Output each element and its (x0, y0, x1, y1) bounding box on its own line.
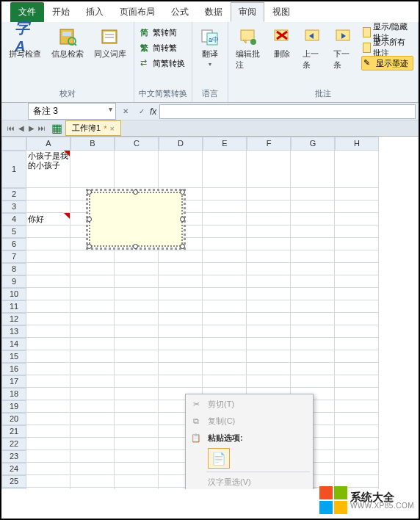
tab-view[interactable]: 视图 (264, 2, 298, 22)
cell[interactable] (115, 250, 159, 263)
column-header[interactable]: F (247, 137, 291, 151)
cell[interactable] (70, 450, 115, 463)
show-all-comments-button[interactable]: 显示所有批注 (361, 40, 413, 55)
cell[interactable] (291, 300, 335, 313)
cell[interactable] (70, 151, 115, 188)
cell[interactable] (26, 488, 70, 489)
cell[interactable] (203, 300, 247, 313)
cell[interactable] (26, 325, 70, 338)
cell[interactable] (335, 225, 379, 238)
cell[interactable] (291, 313, 335, 325)
cell[interactable] (247, 338, 291, 350)
nav-next-icon[interactable]: ▶ (26, 123, 37, 134)
cell[interactable] (335, 375, 379, 388)
cell[interactable] (291, 238, 335, 250)
cell[interactable] (159, 263, 203, 275)
cell[interactable] (247, 300, 291, 313)
cell[interactable] (115, 350, 159, 363)
cell[interactable] (247, 263, 291, 275)
row-header[interactable]: 17 (1, 375, 26, 388)
cell[interactable] (115, 450, 159, 463)
cell[interactable] (26, 225, 70, 238)
cell[interactable] (203, 275, 247, 288)
cell[interactable] (247, 250, 291, 263)
row-header[interactable]: 12 (1, 313, 26, 325)
cell[interactable] (70, 438, 115, 450)
cell[interactable] (115, 438, 159, 450)
cell[interactable] (335, 238, 379, 250)
prev-comment-button[interactable]: 上一条 (300, 25, 326, 72)
cell[interactable] (247, 325, 291, 338)
cell[interactable] (247, 275, 291, 288)
cell[interactable] (203, 375, 247, 388)
tab-home[interactable]: 开始 (44, 2, 78, 22)
row-header[interactable]: 14 (1, 338, 26, 350)
cell[interactable] (203, 250, 247, 263)
cell[interactable] (115, 425, 159, 438)
column-header[interactable]: G (291, 137, 335, 151)
cell[interactable] (26, 288, 70, 300)
row-header[interactable]: 5 (1, 225, 26, 238)
cell[interactable] (335, 350, 379, 363)
resize-handle[interactable] (133, 189, 138, 195)
row-header[interactable]: 19 (1, 400, 26, 413)
cell[interactable] (70, 263, 115, 275)
cell[interactable] (291, 325, 335, 338)
resize-handle[interactable] (180, 189, 185, 195)
cell[interactable] (335, 463, 379, 475)
cell[interactable] (247, 288, 291, 300)
cell[interactable] (70, 325, 115, 338)
cell[interactable] (70, 288, 115, 300)
row-header[interactable]: 25 (1, 475, 26, 488)
cell[interactable] (159, 151, 203, 188)
cell[interactable] (70, 250, 115, 263)
cell[interactable] (335, 388, 379, 400)
cell[interactable] (70, 488, 115, 489)
resize-handle[interactable] (87, 217, 92, 222)
cell[interactable] (70, 300, 115, 313)
cell[interactable] (291, 363, 335, 375)
row-header[interactable]: 26 (1, 488, 26, 489)
column-header[interactable]: B (70, 137, 115, 151)
column-header[interactable]: C (115, 137, 159, 151)
cell[interactable] (115, 325, 159, 338)
cm-cut[interactable]: ✂剪切(T) (186, 396, 313, 413)
close-tab-icon[interactable]: × (109, 124, 114, 133)
cell[interactable] (70, 363, 115, 375)
cell[interactable] (115, 300, 159, 313)
cell[interactable] (335, 338, 379, 350)
accept-formula-icon[interactable]: ✓ (135, 105, 148, 118)
cell[interactable] (159, 275, 203, 288)
cell[interactable] (335, 425, 379, 438)
row-header[interactable]: 21 (1, 425, 26, 438)
cell[interactable] (335, 300, 379, 313)
cell[interactable] (26, 413, 70, 425)
cell[interactable] (291, 338, 335, 350)
cell[interactable] (26, 201, 70, 213)
cell[interactable] (26, 313, 70, 325)
cell[interactable] (203, 225, 247, 238)
cell[interactable] (159, 288, 203, 300)
cell[interactable] (70, 313, 115, 325)
convert-button[interactable]: ⇄简繁转换 (139, 56, 187, 71)
cell[interactable] (335, 151, 379, 188)
cell[interactable] (335, 313, 379, 325)
cell[interactable] (70, 413, 115, 425)
spreadsheet-grid[interactable]: ABCDEFGH 1小孩子是我的小孩子234你好5678910111213141… (1, 137, 419, 489)
thesaurus-button[interactable]: 同义词库 (91, 25, 129, 61)
row-header[interactable]: 15 (1, 350, 26, 363)
cell[interactable] (115, 375, 159, 388)
row-header[interactable]: 18 (1, 388, 26, 400)
cell[interactable] (335, 213, 379, 225)
cell[interactable] (26, 250, 70, 263)
tab-data[interactable]: 数据 (197, 2, 231, 22)
cell[interactable] (70, 338, 115, 350)
cell[interactable] (291, 225, 335, 238)
cell[interactable] (291, 250, 335, 263)
cell[interactable] (159, 325, 203, 338)
cell[interactable] (115, 400, 159, 413)
cell[interactable] (26, 463, 70, 475)
cell[interactable]: 小孩子是我的小孩子 (26, 151, 70, 188)
column-header[interactable]: H (335, 137, 379, 151)
cell[interactable] (291, 350, 335, 363)
